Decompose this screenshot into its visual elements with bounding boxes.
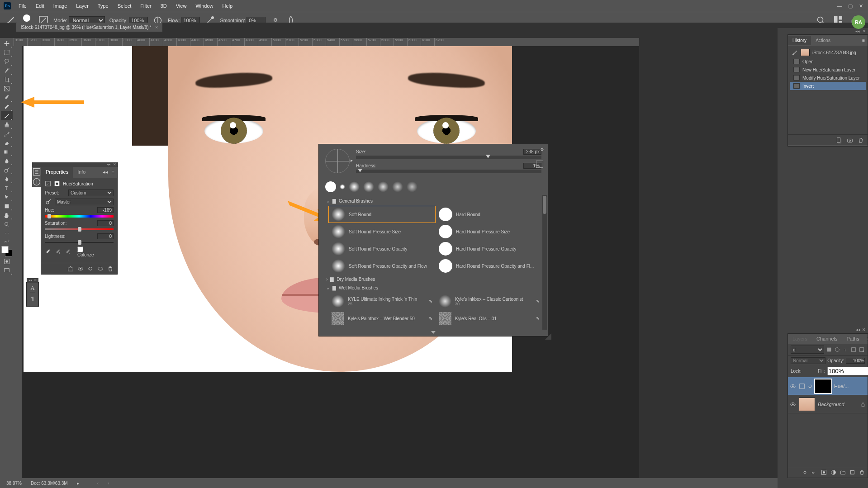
panel-collapse-icon[interactable]: ◂◂: [855, 29, 860, 34]
link-layers-icon[interactable]: [802, 469, 808, 475]
restore-icon[interactable]: ▢: [848, 3, 854, 9]
saturation-value[interactable]: 0: [97, 220, 114, 226]
view-previous-icon[interactable]: [77, 265, 84, 272]
minimize-icon[interactable]: —: [837, 3, 843, 9]
add-mask-icon[interactable]: [821, 469, 827, 475]
quick-select-tool[interactable]: [1, 66, 13, 75]
history-step[interactable]: Modify Hue/Saturation Layer: [790, 74, 866, 82]
layer-fill-input[interactable]: [827, 367, 868, 375]
layers-tab[interactable]: Layers: [788, 334, 812, 344]
preset-5[interactable]: [378, 181, 389, 192]
folder-general[interactable]: ⌄▇General Brushes: [323, 197, 544, 205]
vertical-ruler[interactable]: [14, 46, 22, 478]
panel-menu-icon[interactable]: ≡: [859, 36, 868, 45]
brush-kyle-inking[interactable]: KYLE Ultimate Inking Thick 'n Thin25✎: [329, 293, 435, 309]
layer-hue-saturation[interactable]: Hue/...: [788, 377, 868, 395]
brush-popup-menu-icon[interactable]: ⚙: [540, 147, 544, 152]
brush-kyle-real-oils[interactable]: Kyle's Real Oils – 01✎: [436, 310, 542, 327]
angle-arrow-icon[interactable]: ▸: [351, 158, 353, 163]
quickmask-icon[interactable]: [1, 257, 13, 266]
menu-view[interactable]: View: [172, 1, 191, 10]
size-slider[interactable]: [356, 156, 541, 159]
history-step[interactable]: New Hue/Saturation Layer: [790, 66, 866, 74]
panel-menu-icon[interactable]: ≡: [112, 169, 114, 175]
lightness-value[interactable]: 0: [97, 233, 114, 239]
reset-icon[interactable]: [87, 265, 94, 272]
visibility-icon[interactable]: [790, 383, 796, 389]
history-brush-tool[interactable]: [1, 129, 13, 138]
close-icon[interactable]: ✕: [859, 3, 864, 9]
brush-soft-round-pressure-size[interactable]: Soft Round Pressure Size: [329, 223, 435, 240]
history-tab[interactable]: History: [788, 36, 811, 45]
menu-type[interactable]: Type: [94, 1, 113, 10]
properties-tab[interactable]: Properties: [41, 167, 73, 178]
delete-layer-icon[interactable]: [859, 469, 865, 475]
brush-kyle-wet-blender[interactable]: Kyle's Paintbox – Wet Blender 50✎: [329, 310, 435, 327]
preset-4[interactable]: [363, 181, 374, 192]
resize-handle-icon[interactable]: [431, 331, 436, 334]
targeted-adjust-icon[interactable]: [45, 198, 52, 205]
paths-tab[interactable]: Paths: [842, 334, 864, 344]
brush-soft-round[interactable]: Soft Round: [329, 206, 435, 223]
layer-mask-thumb[interactable]: [815, 379, 831, 393]
brush-tool[interactable]: [1, 111, 13, 120]
hardness-slider[interactable]: [356, 170, 541, 173]
new-preset-icon[interactable]: [536, 161, 543, 168]
new-layer-icon[interactable]: [849, 469, 855, 475]
panel-close-icon[interactable]: ✕: [862, 327, 866, 332]
brush-edit-icon[interactable]: ✎: [536, 299, 540, 304]
actions-tab[interactable]: Actions: [811, 36, 835, 45]
brush-angle-control[interactable]: [325, 149, 350, 173]
brush-kyle-cartoonist[interactable]: Kyle's Inkbox – Classic Cartoonist30✎: [436, 293, 542, 309]
preset-select[interactable]: Custom: [68, 190, 114, 196]
layer-background[interactable]: Background: [788, 395, 868, 413]
new-snapshot-icon[interactable]: [847, 137, 853, 143]
brush-edit-icon[interactable]: ✎: [429, 299, 432, 304]
create-document-icon[interactable]: [836, 137, 842, 143]
delete-state-icon[interactable]: [858, 137, 864, 143]
info-icon[interactable]: i: [32, 177, 41, 187]
pen-tool[interactable]: [1, 175, 13, 184]
preset-6[interactable]: [392, 181, 403, 192]
clip-to-layer-icon[interactable]: [67, 265, 74, 272]
path-select-tool[interactable]: [1, 193, 13, 202]
blur-tool[interactable]: [1, 156, 13, 166]
properties-icon[interactable]: [32, 167, 41, 177]
brush-hard-round-pressure-opacity[interactable]: Hard Round Pressure Opacity: [436, 241, 542, 257]
menu-select[interactable]: Select: [114, 1, 136, 10]
layer-filter-kind[interactable]: d: [791, 346, 824, 354]
panel-collapse-icon[interactable]: ◂◂: [107, 162, 110, 167]
stamp-tool[interactable]: [1, 120, 13, 129]
layer-thumb[interactable]: [799, 398, 815, 411]
lightness-slider[interactable]: [45, 240, 114, 245]
filter-adjust-icon[interactable]: [834, 346, 840, 353]
lasso-tool[interactable]: [1, 57, 13, 66]
eyedropper-icon[interactable]: [45, 249, 51, 255]
history-snapshot[interactable]: iStock-614737048.jpg: [790, 47, 866, 57]
move-tool[interactable]: [1, 39, 13, 48]
user-badge[interactable]: RA: [852, 15, 865, 29]
paragraph-icon[interactable]: ¶: [31, 296, 34, 301]
brush-hard-round[interactable]: Hard Round: [436, 206, 542, 223]
filter-smart-icon[interactable]: [859, 346, 865, 353]
channel-select[interactable]: Master: [55, 199, 114, 205]
new-adjustment-icon[interactable]: [830, 469, 836, 475]
layer-opacity-input[interactable]: [846, 358, 865, 364]
menu-help[interactable]: Help: [218, 1, 237, 10]
brush-hard-round-pressure-opacity-flow[interactable]: Hard Round Pressure Opacity and Fl...: [436, 258, 542, 274]
dodge-tool[interactable]: [1, 166, 13, 175]
panel-close-icon[interactable]: ✕: [113, 162, 116, 167]
healing-tool[interactable]: [1, 102, 13, 111]
visibility-icon[interactable]: [790, 401, 796, 407]
eraser-tool[interactable]: [1, 138, 13, 147]
tab-close-icon[interactable]: ×: [155, 25, 158, 30]
menu-filter[interactable]: Filter: [136, 1, 155, 10]
filter-pixel-icon[interactable]: [826, 346, 832, 353]
popup-resize-corner[interactable]: [545, 333, 551, 340]
info-tab[interactable]: Info: [73, 167, 90, 178]
eyedropper-minus-icon[interactable]: -: [65, 249, 71, 255]
folder-dry[interactable]: ›▇Dry Media Brushes: [323, 275, 544, 284]
shape-tool[interactable]: [1, 202, 13, 211]
brush-edit-icon[interactable]: ✎: [429, 316, 432, 321]
screenmode-icon[interactable]: [1, 266, 13, 275]
